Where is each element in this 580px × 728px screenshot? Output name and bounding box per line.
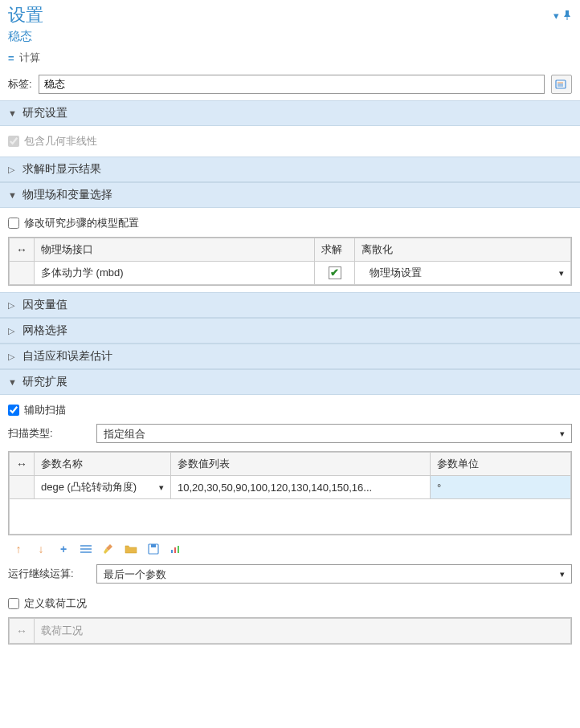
svg-rect-9 (171, 550, 173, 553)
solve-checkbox[interactable]: ✔ (329, 266, 341, 279)
section-show-results[interactable]: ▷ 求解时显示结果 (0, 157, 580, 182)
run-continuation-select[interactable]: 最后一个参数 (96, 564, 572, 584)
section-title: 自适应和误差估计 (22, 349, 112, 364)
aux-sweep-checkbox[interactable] (8, 405, 19, 416)
clear-button[interactable] (101, 542, 116, 556)
chevron-down-icon: ▼ (8, 190, 16, 200)
compute-icon: = (8, 52, 14, 64)
section-study-extensions[interactable]: ▼ 研究扩展 (0, 369, 580, 395)
chevron-down-icon: ▼ (8, 377, 16, 387)
modify-model-config-label: 修改研究步骤的模型配置 (24, 216, 139, 230)
chevron-right-icon: ▷ (8, 352, 16, 362)
label-input[interactable] (39, 75, 545, 94)
open-button[interactable] (124, 542, 138, 556)
col-physics-interface: 物理场接口 (35, 238, 315, 262)
section-study-settings[interactable]: ▼ 研究设置 (0, 100, 580, 126)
breadcrumb-label: 计算 (19, 51, 40, 65)
table-row[interactable]: dege (凸轮转动角度) 10,20,30,50,90,100,120,130… (10, 476, 571, 499)
section-title: 研究设置 (22, 106, 67, 120)
table-move-handle[interactable]: ↔ (10, 619, 35, 644)
chevron-right-icon: ▷ (8, 300, 16, 311)
tag-icon (555, 79, 568, 90)
cell-param-name[interactable]: dege (凸轮转动角度) (35, 476, 171, 499)
label-field-label: 标签: (8, 77, 32, 92)
list-button[interactable] (79, 542, 93, 556)
table-move-handle[interactable]: ↔ (10, 238, 35, 262)
col-param-name: 参数名称 (35, 453, 171, 476)
sweep-toolbar: ↑ ↓ + (8, 535, 572, 559)
collapse-icon[interactable]: ▾ (553, 10, 559, 22)
col-discretization: 离散化 (355, 238, 571, 262)
table-move-handle[interactable]: ↔ (10, 453, 35, 476)
define-load-cases-checkbox[interactable] (8, 598, 19, 609)
define-load-cases-label: 定义载荷工况 (24, 596, 87, 611)
section-adaptation[interactable]: ▷ 自适应和误差估计 (0, 344, 580, 369)
cell-discretization[interactable]: 物理场设置 (355, 262, 571, 285)
section-title: 物理场和变量选择 (22, 188, 112, 202)
panel-subtitle: 稳态 (0, 29, 580, 47)
label-edit-button[interactable] (551, 75, 572, 94)
svg-rect-8 (151, 544, 156, 547)
move-up-button[interactable]: ↑ (11, 542, 26, 556)
section-title: 网格选择 (22, 323, 67, 338)
cell-param-values[interactable]: 10,20,30,50,90,100,120,130,140,150,16... (171, 476, 431, 499)
plot-button[interactable] (169, 542, 183, 556)
section-title: 研究扩展 (22, 375, 67, 389)
move-down-button[interactable]: ↓ (34, 542, 48, 556)
sweep-type-select[interactable]: 指定组合 (96, 424, 572, 443)
col-param-values: 参数值列表 (171, 453, 431, 476)
sweep-type-label: 扫描类型: (8, 426, 88, 441)
section-physics-selection[interactable]: ▼ 物理场和变量选择 (0, 182, 580, 208)
chevron-right-icon: ▷ (8, 326, 16, 336)
cell-physics-name: 多体动力学 (mbd) (35, 262, 315, 285)
save-button[interactable] (146, 542, 161, 556)
table-row[interactable]: 多体动力学 (mbd) ✔ 物理场设置 (10, 262, 571, 285)
run-continuation-label: 运行继续运算: (8, 567, 88, 581)
section-mesh-selection[interactable]: ▷ 网格选择 (0, 318, 580, 344)
col-load-cases: 载荷工况 (35, 619, 571, 644)
pin-icon[interactable] (562, 10, 572, 20)
modify-model-config-checkbox[interactable] (8, 218, 19, 229)
col-solve: 求解 (315, 238, 355, 262)
svg-rect-10 (174, 547, 176, 553)
section-title: 求解时显示结果 (22, 162, 101, 177)
table-empty-row (10, 499, 571, 535)
chevron-right-icon: ▷ (8, 165, 16, 175)
col-param-unit: 参数单位 (431, 453, 571, 476)
chevron-down-icon: ▼ (8, 108, 16, 118)
cell-param-unit[interactable]: ° (431, 476, 571, 499)
aux-sweep-label: 辅助扫描 (24, 403, 66, 417)
section-title: 因变量值 (22, 298, 67, 312)
svg-rect-11 (178, 546, 179, 553)
include-nonlinearity-label: 包含几何非线性 (24, 134, 97, 148)
add-button[interactable]: + (56, 542, 71, 556)
section-dependent-vars[interactable]: ▷ 因变量值 (0, 292, 580, 318)
include-nonlinearity-checkbox (8, 136, 19, 147)
breadcrumb: = 计算 (0, 47, 580, 68)
panel-title: 设置 (8, 3, 43, 27)
